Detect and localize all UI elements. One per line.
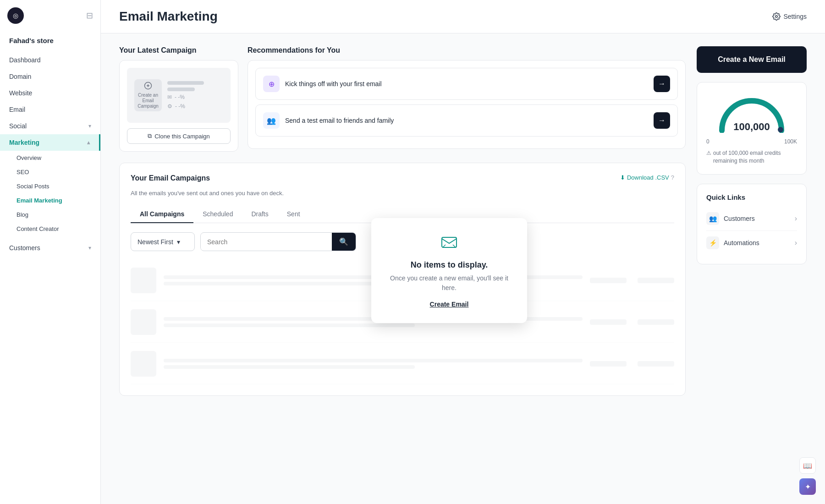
row-content — [164, 359, 583, 369]
stat-row-2: ⚙- -% — [167, 103, 204, 110]
collapse-btn[interactable]: ⊟ — [86, 11, 93, 21]
recommendation-item-2[interactable]: 👥 Send a test email to friends and famil… — [255, 104, 678, 137]
create-email-link[interactable]: Create Email — [430, 301, 469, 308]
clone-campaign-button[interactable]: ⧉ Clone this Campaign — [127, 128, 231, 144]
latest-campaign-title: Your Latest Campaign — [119, 46, 238, 55]
search-box: 🔍 — [200, 232, 356, 251]
svg-point-0 — [776, 16, 778, 18]
ai-icon[interactable]: ✦ — [799, 478, 816, 495]
create-icon-box: Create an Email Campaign — [134, 79, 162, 111]
chevron-right-icon: › — [795, 239, 797, 247]
campaigns-header: Your Email Campaigns ⬇ Download .CSV ? — [131, 174, 674, 188]
sidebar-sub-content-creator[interactable]: Content Creator — [0, 222, 100, 236]
content-area: Your Latest Campaign Create an Email Cam… — [101, 33, 825, 409]
svg-point-5 — [778, 127, 783, 132]
sidebar-sub-seo[interactable]: SEO — [0, 165, 100, 179]
download-csv-button[interactable]: ⬇ Download .CSV ? — [620, 174, 674, 181]
quick-link-left: 👥 Customers — [706, 212, 755, 225]
tab-drafts[interactable]: Drafts — [242, 206, 277, 223]
chevron-down-icon: ▾ — [177, 238, 180, 246]
row-stats — [590, 319, 674, 325]
search-input[interactable] — [201, 234, 332, 250]
tab-scheduled[interactable]: Scheduled — [193, 206, 242, 223]
page-header: Email Marketing Settings — [101, 0, 825, 33]
sidebar-sub-overview[interactable]: Overview — [0, 151, 100, 165]
quick-links-title: Quick Links — [706, 193, 797, 201]
gauge-container: 100,000 — [715, 92, 788, 133]
quick-links-card: Quick Links 👥 Customers › ⚡ Automations … — [697, 184, 807, 264]
quick-link-left: ⚡ Automations — [706, 236, 759, 249]
gauge-value: 100,000 — [733, 121, 770, 133]
row-thumbnail — [131, 268, 156, 293]
sort-select[interactable]: Newest First ▾ — [131, 232, 195, 251]
plus-circle-icon — [144, 82, 152, 90]
settings-button[interactable]: Settings — [772, 12, 807, 21]
sidebar-item-domain[interactable]: Domain — [0, 68, 100, 85]
row-stats — [590, 278, 674, 283]
clone-icon: ⧉ — [148, 132, 152, 140]
sidebar-item-website[interactable]: Website — [0, 85, 100, 101]
sidebar-sub-blog[interactable]: Blog — [0, 208, 100, 222]
chevron-down-icon: ▾ — [88, 123, 91, 129]
gauge-max: 100K — [784, 138, 797, 145]
campaigns-title: Your Email Campaigns — [131, 174, 210, 182]
recommendation-item-1[interactable]: ⊕ Kick things off with your first email … — [255, 68, 678, 100]
sidebar-item-email[interactable]: Email — [0, 101, 100, 118]
rec-arrow-2[interactable]: → — [654, 112, 670, 129]
line-2 — [167, 88, 195, 91]
sidebar-sub-social-posts[interactable]: Social Posts — [0, 179, 100, 193]
plus-circle-icon: ⊕ — [263, 76, 280, 92]
right-sidebar: Create a New Email 100,000 0 — [697, 46, 807, 396]
page-title: Email Marketing — [119, 9, 218, 24]
book-icon[interactable]: 📖 — [799, 457, 816, 474]
rec-text-2: Send a test email to friends and family — [285, 117, 648, 124]
quick-link-customers[interactable]: 👥 Customers › — [706, 207, 797, 231]
automations-label: Automations — [724, 239, 759, 247]
campaign-card: Create an Email Campaign ✉- -% ⚙- -% — [119, 60, 238, 152]
latest-campaign-section: Your Latest Campaign Create an Email Cam… — [119, 46, 238, 152]
recommendations-section: Recommendations for You ⊕ Kick things of… — [248, 46, 686, 152]
search-button[interactable]: 🔍 — [332, 233, 356, 251]
chevron-up-icon: ▴ — [87, 139, 90, 146]
gauge-labels: 0 100K — [706, 138, 797, 145]
main-content: Email Marketing Settings Your Latest Cam… — [101, 0, 825, 504]
warning-icon: ⚠ — [706, 149, 711, 157]
automations-icon: ⚡ — [706, 236, 719, 249]
chevron-right-icon: › — [795, 214, 797, 223]
gauge-min: 0 — [706, 138, 710, 145]
rec-arrow-1[interactable]: → — [654, 76, 670, 92]
main-column: Your Latest Campaign Create an Email Cam… — [119, 46, 686, 396]
stat-row-1: ✉- -% — [167, 94, 204, 100]
help-icon[interactable]: ? — [671, 174, 674, 181]
sidebar-item-marketing[interactable]: Marketing ▴ — [0, 134, 100, 151]
create-campaign-label: Create an Email Campaign — [134, 93, 162, 109]
top-row: Your Latest Campaign Create an Email Cam… — [119, 46, 686, 152]
quick-link-automations[interactable]: ⚡ Automations › — [706, 231, 797, 255]
no-items-popup: No items to display. Once you create a n… — [371, 218, 527, 323]
sidebar-item-dashboard[interactable]: Dashboard — [0, 52, 100, 68]
recommendations-card: ⊕ Kick things off with your first email … — [248, 60, 686, 149]
people-icon: 👥 — [263, 112, 280, 129]
sidebar-sub-email-marketing[interactable]: Email Marketing — [0, 193, 100, 208]
email-campaigns-section: Your Email Campaigns ⬇ Download .CSV ? A… — [119, 163, 686, 396]
campaign-lines: ✉- -% ⚙- -% — [167, 81, 204, 110]
app-logo: ◎ — [7, 7, 24, 24]
sidebar-item-social[interactable]: Social ▾ — [0, 118, 100, 134]
sidebar-item-customers[interactable]: Customers ▾ — [0, 240, 100, 256]
popup-title: No items to display. — [390, 260, 509, 270]
row-thumbnail — [131, 309, 156, 335]
tab-sent[interactable]: Sent — [278, 206, 309, 223]
create-email-button[interactable]: Create a New Email — [697, 46, 807, 73]
campaign-inner: Create an Email Campaign ✉- -% ⚙- -% — [127, 68, 231, 123]
campaigns-subtitle: All the emails you've sent out and ones … — [131, 190, 674, 197]
rec-text-1: Kick things off with your first email — [285, 80, 648, 88]
download-icon: ⬇ — [620, 174, 625, 181]
sidebar-header: ◎ ⊟ — [0, 7, 100, 33]
customers-label: Customers — [724, 215, 755, 222]
recommendations-title: Recommendations for You — [248, 46, 686, 55]
email-graphic — [440, 233, 458, 251]
credits-card: 100,000 0 100K ⚠ out of 100,000 email cr… — [697, 82, 807, 175]
store-name: Fahad's store — [0, 33, 100, 52]
chevron-down-icon: ▾ — [88, 245, 91, 251]
tab-all-campaigns[interactable]: All Campaigns — [131, 206, 193, 223]
